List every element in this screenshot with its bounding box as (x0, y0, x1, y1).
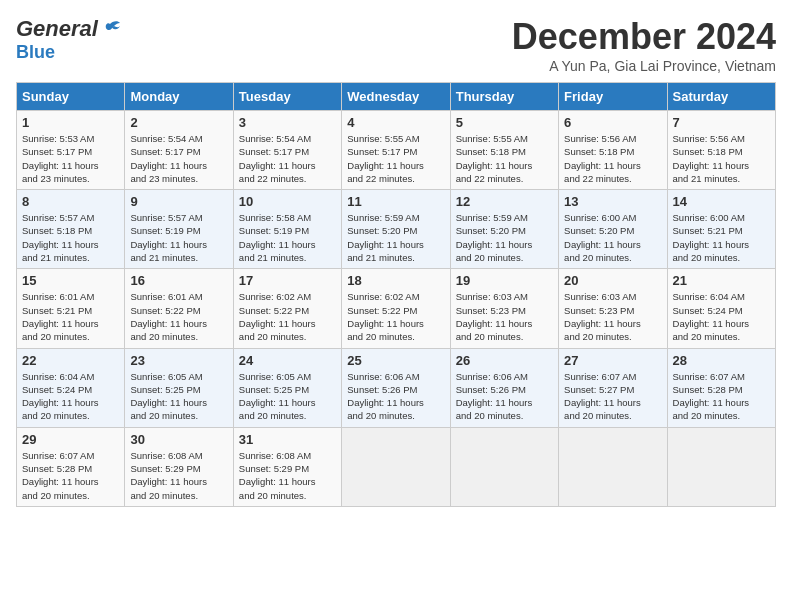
day-number: 15 (22, 273, 119, 288)
day-info: Sunrise: 5:56 AM Sunset: 5:18 PM Dayligh… (564, 132, 661, 185)
day-info: Sunrise: 6:05 AM Sunset: 5:25 PM Dayligh… (239, 370, 336, 423)
calendar-week-row: 15Sunrise: 6:01 AM Sunset: 5:21 PM Dayli… (17, 269, 776, 348)
table-row: 14Sunrise: 6:00 AM Sunset: 5:21 PM Dayli… (667, 190, 775, 269)
table-row: 27Sunrise: 6:07 AM Sunset: 5:27 PM Dayli… (559, 348, 667, 427)
table-row: 19Sunrise: 6:03 AM Sunset: 5:23 PM Dayli… (450, 269, 558, 348)
day-info: Sunrise: 5:58 AM Sunset: 5:19 PM Dayligh… (239, 211, 336, 264)
day-info: Sunrise: 6:06 AM Sunset: 5:26 PM Dayligh… (347, 370, 444, 423)
day-info: Sunrise: 6:07 AM Sunset: 5:28 PM Dayligh… (22, 449, 119, 502)
day-number: 3 (239, 115, 336, 130)
day-info: Sunrise: 6:02 AM Sunset: 5:22 PM Dayligh… (239, 290, 336, 343)
table-row (559, 427, 667, 506)
col-thursday: Thursday (450, 83, 558, 111)
table-row: 8Sunrise: 5:57 AM Sunset: 5:18 PM Daylig… (17, 190, 125, 269)
calendar-header-row: Sunday Monday Tuesday Wednesday Thursday… (17, 83, 776, 111)
table-row: 7Sunrise: 5:56 AM Sunset: 5:18 PM Daylig… (667, 111, 775, 190)
logo: General Blue (16, 16, 122, 63)
day-number: 1 (22, 115, 119, 130)
calendar-week-row: 22Sunrise: 6:04 AM Sunset: 5:24 PM Dayli… (17, 348, 776, 427)
day-info: Sunrise: 6:04 AM Sunset: 5:24 PM Dayligh… (673, 290, 770, 343)
table-row: 12Sunrise: 5:59 AM Sunset: 5:20 PM Dayli… (450, 190, 558, 269)
day-info: Sunrise: 6:05 AM Sunset: 5:25 PM Dayligh… (130, 370, 227, 423)
day-info: Sunrise: 5:57 AM Sunset: 5:18 PM Dayligh… (22, 211, 119, 264)
day-number: 5 (456, 115, 553, 130)
table-row: 15Sunrise: 6:01 AM Sunset: 5:21 PM Dayli… (17, 269, 125, 348)
table-row: 2Sunrise: 5:54 AM Sunset: 5:17 PM Daylig… (125, 111, 233, 190)
col-wednesday: Wednesday (342, 83, 450, 111)
table-row: 24Sunrise: 6:05 AM Sunset: 5:25 PM Dayli… (233, 348, 341, 427)
day-number: 4 (347, 115, 444, 130)
day-info: Sunrise: 5:56 AM Sunset: 5:18 PM Dayligh… (673, 132, 770, 185)
day-number: 12 (456, 194, 553, 209)
table-row: 26Sunrise: 6:06 AM Sunset: 5:26 PM Dayli… (450, 348, 558, 427)
day-number: 16 (130, 273, 227, 288)
table-row: 10Sunrise: 5:58 AM Sunset: 5:19 PM Dayli… (233, 190, 341, 269)
day-info: Sunrise: 6:03 AM Sunset: 5:23 PM Dayligh… (564, 290, 661, 343)
table-row: 4Sunrise: 5:55 AM Sunset: 5:17 PM Daylig… (342, 111, 450, 190)
day-number: 9 (130, 194, 227, 209)
table-row (342, 427, 450, 506)
logo-bird-icon (100, 20, 122, 38)
day-info: Sunrise: 5:53 AM Sunset: 5:17 PM Dayligh… (22, 132, 119, 185)
day-info: Sunrise: 6:08 AM Sunset: 5:29 PM Dayligh… (130, 449, 227, 502)
day-number: 26 (456, 353, 553, 368)
table-row: 23Sunrise: 6:05 AM Sunset: 5:25 PM Dayli… (125, 348, 233, 427)
day-info: Sunrise: 6:00 AM Sunset: 5:21 PM Dayligh… (673, 211, 770, 264)
day-info: Sunrise: 6:01 AM Sunset: 5:21 PM Dayligh… (22, 290, 119, 343)
title-area: December 2024 A Yun Pa, Gia Lai Province… (512, 16, 776, 74)
table-row: 9Sunrise: 5:57 AM Sunset: 5:19 PM Daylig… (125, 190, 233, 269)
day-number: 13 (564, 194, 661, 209)
day-number: 30 (130, 432, 227, 447)
table-row: 31Sunrise: 6:08 AM Sunset: 5:29 PM Dayli… (233, 427, 341, 506)
table-row: 18Sunrise: 6:02 AM Sunset: 5:22 PM Dayli… (342, 269, 450, 348)
day-info: Sunrise: 6:02 AM Sunset: 5:22 PM Dayligh… (347, 290, 444, 343)
day-number: 29 (22, 432, 119, 447)
day-number: 20 (564, 273, 661, 288)
table-row: 29Sunrise: 6:07 AM Sunset: 5:28 PM Dayli… (17, 427, 125, 506)
day-number: 21 (673, 273, 770, 288)
day-info: Sunrise: 6:07 AM Sunset: 5:28 PM Dayligh… (673, 370, 770, 423)
col-friday: Friday (559, 83, 667, 111)
page-header: General Blue December 2024 A Yun Pa, Gia… (16, 16, 776, 74)
day-info: Sunrise: 6:01 AM Sunset: 5:22 PM Dayligh… (130, 290, 227, 343)
calendar-week-row: 1Sunrise: 5:53 AM Sunset: 5:17 PM Daylig… (17, 111, 776, 190)
month-title: December 2024 (512, 16, 776, 58)
table-row: 20Sunrise: 6:03 AM Sunset: 5:23 PM Dayli… (559, 269, 667, 348)
col-tuesday: Tuesday (233, 83, 341, 111)
day-number: 2 (130, 115, 227, 130)
day-number: 6 (564, 115, 661, 130)
calendar-table: Sunday Monday Tuesday Wednesday Thursday… (16, 82, 776, 507)
table-row: 22Sunrise: 6:04 AM Sunset: 5:24 PM Dayli… (17, 348, 125, 427)
day-number: 8 (22, 194, 119, 209)
day-number: 19 (456, 273, 553, 288)
table-row: 28Sunrise: 6:07 AM Sunset: 5:28 PM Dayli… (667, 348, 775, 427)
table-row: 16Sunrise: 6:01 AM Sunset: 5:22 PM Dayli… (125, 269, 233, 348)
day-number: 18 (347, 273, 444, 288)
calendar-week-row: 29Sunrise: 6:07 AM Sunset: 5:28 PM Dayli… (17, 427, 776, 506)
day-number: 7 (673, 115, 770, 130)
day-info: Sunrise: 5:54 AM Sunset: 5:17 PM Dayligh… (130, 132, 227, 185)
table-row: 25Sunrise: 6:06 AM Sunset: 5:26 PM Dayli… (342, 348, 450, 427)
table-row: 1Sunrise: 5:53 AM Sunset: 5:17 PM Daylig… (17, 111, 125, 190)
day-info: Sunrise: 5:59 AM Sunset: 5:20 PM Dayligh… (456, 211, 553, 264)
day-info: Sunrise: 5:59 AM Sunset: 5:20 PM Dayligh… (347, 211, 444, 264)
col-monday: Monday (125, 83, 233, 111)
table-row: 13Sunrise: 6:00 AM Sunset: 5:20 PM Dayli… (559, 190, 667, 269)
day-number: 28 (673, 353, 770, 368)
day-number: 11 (347, 194, 444, 209)
day-info: Sunrise: 5:55 AM Sunset: 5:17 PM Dayligh… (347, 132, 444, 185)
table-row: 3Sunrise: 5:54 AM Sunset: 5:17 PM Daylig… (233, 111, 341, 190)
table-row: 30Sunrise: 6:08 AM Sunset: 5:29 PM Dayli… (125, 427, 233, 506)
table-row (667, 427, 775, 506)
day-info: Sunrise: 5:57 AM Sunset: 5:19 PM Dayligh… (130, 211, 227, 264)
day-number: 22 (22, 353, 119, 368)
table-row (450, 427, 558, 506)
location-title: A Yun Pa, Gia Lai Province, Vietnam (512, 58, 776, 74)
table-row: 17Sunrise: 6:02 AM Sunset: 5:22 PM Dayli… (233, 269, 341, 348)
table-row: 6Sunrise: 5:56 AM Sunset: 5:18 PM Daylig… (559, 111, 667, 190)
day-number: 25 (347, 353, 444, 368)
day-info: Sunrise: 6:08 AM Sunset: 5:29 PM Dayligh… (239, 449, 336, 502)
day-info: Sunrise: 5:54 AM Sunset: 5:17 PM Dayligh… (239, 132, 336, 185)
day-number: 27 (564, 353, 661, 368)
table-row: 11Sunrise: 5:59 AM Sunset: 5:20 PM Dayli… (342, 190, 450, 269)
